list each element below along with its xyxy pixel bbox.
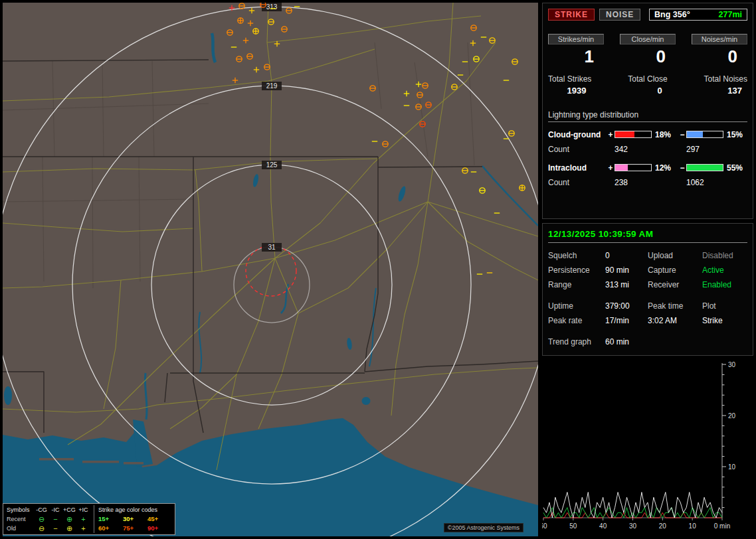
cg-negative-count: 297 (686, 145, 723, 154)
totals-row: Total Strikes 1939 Total Close 0 Total N… (548, 74, 747, 96)
age-90: 90+ (147, 524, 171, 533)
ic-minus-sign: − (678, 163, 686, 173)
legend-recent-label: Recent (7, 514, 35, 524)
cg-positive-count: 342 (614, 145, 652, 154)
old-pos-ic-icon: + (76, 524, 90, 533)
strike-indicator-button[interactable]: STRIKE (548, 9, 595, 21)
ic-count-label: Count (548, 178, 607, 187)
legend-col-neg-ic: -IC (48, 505, 62, 514)
total-close-label: Total Close (628, 74, 667, 84)
ic-positive-count: 238 (614, 178, 652, 187)
squelch-label: Squelch (548, 251, 605, 260)
svg-text:50: 50 (569, 522, 577, 530)
svg-text:0 min: 0 min (714, 522, 730, 530)
total-noises-value: 137 (704, 86, 747, 96)
capture-label: Capture (648, 266, 702, 275)
cg-negative-bar (686, 131, 723, 138)
strike-symbol-circle-plus (238, 18, 243, 23)
status-grid-2: Uptime 379:00 Peak time Plot Peak rate 1… (548, 301, 747, 325)
old-neg-cg-icon: ⊖ (35, 524, 48, 533)
total-noises-label: Total Noises (704, 74, 747, 84)
trend-graph-panel: 1020306050403020100 min (542, 360, 753, 539)
copyright-credit: ©2005 Astrogenic Systems (444, 523, 523, 532)
cg-plus-sign: + (607, 130, 614, 139)
intracloud-distribution: Intracloud + 12% − 55% Count 238 1062 (548, 163, 747, 187)
cg-count-label: Count (548, 145, 607, 154)
cg-minus-sign: − (678, 130, 686, 139)
receiver-label: Receiver (648, 280, 702, 289)
legend-symbol-table: Symbols -CG -IC +CG +IC Recent ⊖ − ⊕ + O… (7, 505, 90, 533)
age-60: 60+ (98, 524, 123, 533)
cloud-ground-distribution: Cloud-ground + 18% − 15% Count 342 297 (548, 130, 747, 154)
peak-time-label: Peak time (648, 301, 702, 311)
recent-pos-ic-icon: + (76, 514, 90, 524)
total-close-value: 0 (628, 86, 667, 96)
uptime-label: Uptime (548, 301, 605, 311)
age-30: 30+ (123, 514, 147, 524)
legend-age-title: Strike age color codes (98, 505, 171, 514)
noise-indicator-button[interactable]: NOISE (599, 9, 640, 21)
map-legend: Symbols -CG -IC +CG +IC Recent ⊖ − ⊕ + O… (3, 503, 175, 535)
svg-text:10: 10 (689, 522, 697, 530)
recent-pos-cg-icon: ⊕ (62, 514, 76, 524)
peak-rate-value: 17/min (605, 316, 648, 325)
range-value: 313 mi (605, 280, 648, 289)
map-panel[interactable]: 31321912531 Symbols -CG -IC +CG +IC Rece… (3, 3, 538, 536)
ic-negative-pct: 55% (723, 163, 749, 173)
total-close: Total Close 0 (628, 74, 667, 96)
rate-value-row: 1 0 0 (548, 47, 747, 66)
legend-age-table: Strike age color codes 15+ 30+ 45+ 60+ 7… (94, 505, 171, 533)
peak-time-value: 3:02 AM (648, 316, 702, 325)
svg-text:40: 40 (599, 522, 607, 530)
trend-axis-ticks: 1020306050403020100 min (542, 361, 736, 530)
cg-name: Cloud-ground (548, 130, 607, 139)
ic-negative-count: 1062 (686, 178, 723, 187)
cg-negative-pct: 15% (723, 130, 749, 139)
cg-positive-bar (614, 131, 652, 138)
legend-old-label: Old (7, 524, 35, 533)
ic-negative-bar (686, 164, 723, 171)
close-per-min-chip: Close/min (620, 34, 676, 44)
total-strikes-value: 1939 (548, 86, 591, 96)
ring-label-125: 125 (266, 161, 278, 169)
status-grid-1: Squelch 0 Upload Disabled Persistence 90… (548, 251, 747, 289)
ic-positive-bar (614, 164, 652, 171)
legend-symbols-title: Symbols (7, 505, 35, 514)
trend-graph: 1020306050403020100 min (542, 360, 753, 538)
noises-per-min-value: 0 (692, 47, 747, 66)
svg-text:20: 20 (659, 522, 667, 530)
distribution-title: Lightning type distribution (548, 110, 747, 122)
ic-positive-pct: 12% (652, 163, 678, 173)
bearing-readout: Bng 356° 277mi (649, 9, 747, 21)
ring-label-219: 219 (266, 82, 278, 90)
plot-label: Plot (702, 301, 747, 311)
trend-series-strikes (543, 493, 722, 518)
ic-plus-sign: + (607, 163, 614, 173)
trend-series-lines (543, 493, 722, 518)
stats-panel: STRIKE NOISE Bng 356° 277mi Strikes/min … (542, 3, 753, 219)
system-datetime: 12/13/2025 10:39:59 AM (548, 229, 747, 243)
cg-positive-pct: 18% (652, 130, 678, 139)
svg-text:20: 20 (728, 412, 736, 420)
ic-name: Intracloud (548, 163, 607, 173)
persistence-value: 90 min (605, 266, 648, 275)
range-label: Range (548, 280, 605, 289)
lightning-map[interactable]: 31321912531 (3, 3, 538, 536)
trend-graph-row: Trend graph 60 min (548, 337, 747, 346)
total-strikes: Total Strikes 1939 (548, 74, 591, 96)
age-45: 45+ (147, 514, 171, 524)
age-15: 15+ (98, 514, 123, 524)
receiver-value: Enabled (702, 280, 747, 289)
persistence-label: Persistence (548, 266, 605, 275)
svg-text:30: 30 (629, 522, 637, 530)
peak-rate-label: Peak rate (548, 316, 605, 325)
ring-label-313: 313 (266, 3, 278, 11)
bearing-value: Bng 356° (654, 10, 690, 19)
total-noises: Total Noises 137 (704, 74, 747, 96)
rate-chip-row: Strikes/min Close/min Noises/min (548, 34, 747, 44)
total-strikes-label: Total Strikes (548, 74, 591, 84)
uptime-value: 379:00 (605, 301, 648, 311)
strike-symbol-circle-plus (520, 185, 525, 191)
upload-value: Disabled (702, 251, 747, 260)
close-per-min-value: 0 (620, 47, 676, 66)
